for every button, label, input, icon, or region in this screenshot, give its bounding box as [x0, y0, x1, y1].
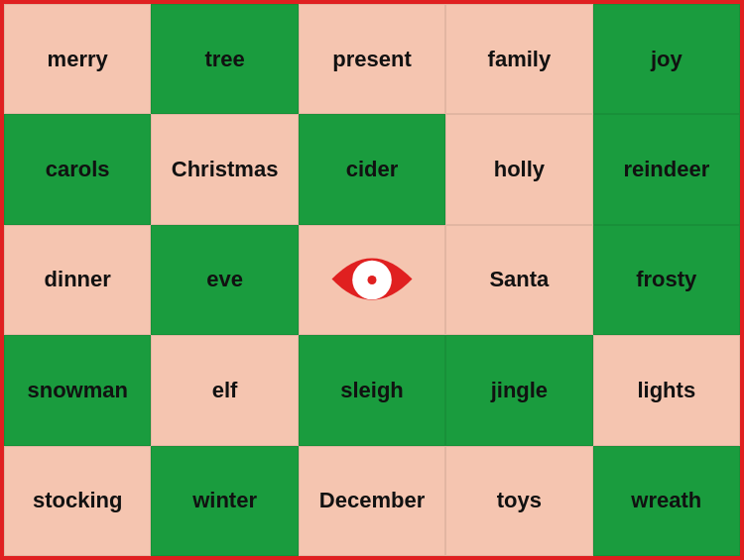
svg-point-1 [367, 276, 376, 284]
cell-text-24: wreath [631, 488, 701, 513]
cell-text-14: frosty [636, 267, 696, 292]
cell-text-13: Santa [489, 267, 549, 292]
cell-text-15: snowman [27, 378, 127, 403]
bingo-cell-21: winter [151, 446, 298, 556]
bingo-cell-19: lights [593, 335, 740, 445]
bingo-cell-2: present [299, 4, 445, 114]
bingo-cell-11: eve [151, 225, 298, 335]
bingo-cell-7: cider [299, 114, 445, 224]
bingo-cell-0: merry [4, 4, 151, 114]
bingo-board: merrytreepresentfamilyjoycarolsChristmas… [0, 0, 744, 560]
bingo-cell-18: jingle [445, 335, 592, 445]
bingo-cell-24: wreath [593, 446, 740, 556]
cell-text-17: sleigh [340, 378, 404, 403]
bingo-cell-9: reindeer [593, 114, 740, 224]
bingo-cell-6: Christmas [151, 114, 298, 224]
bingo-cell-3: family [445, 4, 592, 114]
bingo-grid: merrytreepresentfamilyjoycarolsChristmas… [4, 4, 740, 556]
cell-text-1: tree [204, 47, 244, 72]
bingo-cell-16: elf [151, 335, 298, 445]
cell-text-6: Christmas [172, 157, 279, 182]
cell-text-22: December [319, 488, 425, 513]
bingo-cell-1: tree [151, 4, 298, 114]
bingo-cell-12 [299, 225, 445, 335]
cell-text-16: elf [212, 378, 238, 403]
cell-text-10: dinner [45, 267, 111, 292]
bingo-cell-4: joy [593, 4, 740, 114]
cell-text-23: toys [497, 488, 542, 513]
bingo-cell-22: December [299, 446, 445, 556]
bingo-cell-17: sleigh [299, 335, 445, 445]
cell-text-0: merry [48, 47, 108, 72]
cell-text-20: stocking [33, 488, 122, 513]
bingo-cell-5: carols [4, 114, 151, 224]
cell-text-18: jingle [491, 378, 548, 403]
bingo-cell-23: toys [445, 446, 592, 556]
bingo-cell-15: snowman [4, 335, 151, 445]
cell-text-5: carols [46, 157, 110, 182]
bingo-cell-20: stocking [4, 446, 151, 556]
cell-text-4: joy [651, 47, 682, 72]
cell-text-2: present [332, 47, 411, 72]
cell-text-3: family [488, 47, 552, 72]
eye-icon [327, 250, 417, 309]
cell-text-19: lights [637, 378, 695, 403]
bingo-cell-14: frosty [593, 225, 740, 335]
bingo-cell-8: holly [445, 114, 592, 224]
bingo-cell-13: Santa [445, 225, 592, 335]
cell-text-21: winter [192, 488, 257, 513]
cell-text-8: holly [494, 157, 545, 182]
bingo-cell-10: dinner [4, 225, 151, 335]
cell-text-11: eve [206, 267, 243, 292]
cell-text-7: cider [346, 157, 399, 182]
cell-text-9: reindeer [623, 157, 709, 182]
